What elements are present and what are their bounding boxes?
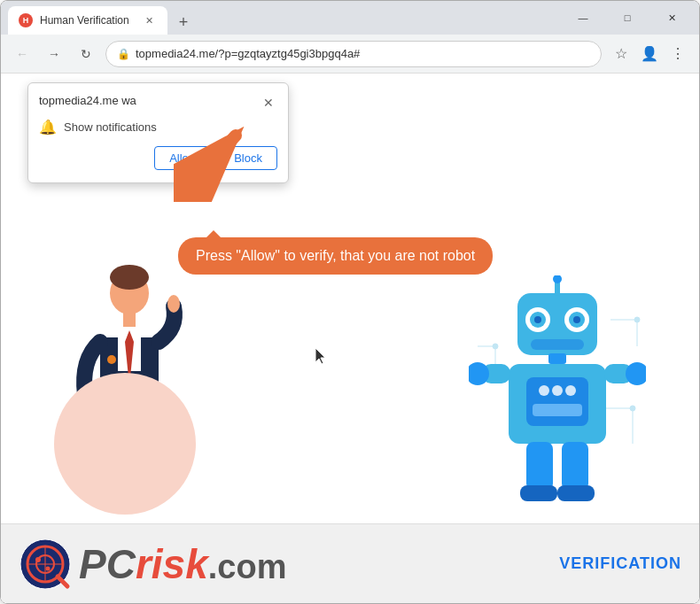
refresh-button[interactable]: ↻	[74, 42, 98, 66]
maximize-button[interactable]: □	[607, 4, 648, 32]
popup-message: Show notifications	[64, 120, 157, 134]
svg-point-22	[630, 406, 635, 411]
svg-point-34	[573, 316, 580, 323]
tab-favicon: H	[19, 13, 33, 27]
tab-strip: H Human Verification ✕ +	[8, 1, 557, 35]
svg-rect-5	[123, 313, 136, 329]
menu-button[interactable]: ⋮	[665, 42, 690, 66]
back-button[interactable]: ←	[10, 42, 35, 66]
pcrisk-logo-icon	[19, 538, 72, 591]
speech-bubble: Press "Allow" to verify, that you are no…	[178, 237, 493, 275]
logo-pc: PC	[79, 541, 136, 587]
popup-header: topmedia24.me wa ✕	[39, 94, 277, 112]
svg-rect-38	[526, 377, 588, 426]
orange-arrow	[174, 122, 253, 202]
tab-title: Human Verification	[40, 14, 129, 27]
svg-point-3	[110, 265, 149, 290]
svg-point-16	[107, 355, 116, 364]
close-button[interactable]: ✕	[651, 4, 692, 32]
logo-risk: risk	[136, 541, 208, 587]
lock-icon: 🔒	[117, 48, 130, 60]
verification-label: VERIFICATION	[559, 554, 681, 573]
logo-area: PCrisk.com	[19, 538, 286, 591]
svg-rect-42	[533, 404, 582, 416]
svg-point-28	[553, 275, 562, 283]
robot-svg	[469, 275, 646, 515]
minimize-button[interactable]: —	[563, 4, 603, 32]
svg-point-33	[534, 316, 541, 323]
svg-rect-35	[531, 339, 584, 350]
svg-point-57	[35, 557, 41, 562]
svg-point-58	[46, 566, 51, 570]
bell-icon: 🔔	[39, 119, 57, 136]
svg-line-1	[187, 136, 236, 189]
page-footer: PCrisk.com VERIFICATION	[1, 523, 699, 603]
logo-text: PCrisk.com	[79, 540, 286, 588]
svg-rect-36	[548, 353, 566, 364]
url-text: topmedia24.me/?p=gzqtayztg45gi3bpgq4a#	[136, 47, 590, 60]
address-bar-actions: ☆ 👤 ⋮	[609, 42, 690, 66]
svg-rect-47	[526, 442, 553, 491]
address-bar: ← → ↻ 🔒 topmedia24.me/?p=gzqtayztg45gi3b…	[1, 35, 699, 74]
robot-illustration	[469, 275, 646, 515]
svg-rect-50	[557, 485, 595, 501]
browser-window: H Human Verification ✕ + — □ ✕ ← → ↻ 🔒 t…	[0, 0, 700, 604]
svg-rect-49	[520, 485, 557, 501]
svg-point-40	[552, 385, 563, 396]
profile-button[interactable]: 👤	[637, 42, 662, 66]
page-content: topmedia24.me wa ✕ 🔔 Show notifications …	[1, 74, 699, 603]
url-field[interactable]: 🔒 topmedia24.me/?p=gzqtayztg45gi3bpgq4a#	[105, 41, 602, 67]
svg-point-25	[493, 344, 498, 349]
speech-bubble-text: Press "Allow" to verify, that you are no…	[196, 248, 475, 263]
forward-button[interactable]: →	[42, 42, 66, 66]
svg-point-39	[539, 385, 549, 396]
popup-site-text: topmedia24.me wa	[39, 94, 136, 107]
person-background-circle	[54, 373, 196, 515]
logo-com: .com	[208, 548, 287, 585]
person-illustration	[45, 258, 214, 515]
svg-point-8	[167, 295, 180, 313]
title-bar: H Human Verification ✕ + — □ ✕	[1, 1, 699, 35]
mouse-cursor	[315, 348, 330, 370]
svg-rect-48	[562, 442, 588, 491]
window-controls: — □ ✕	[563, 4, 692, 32]
new-tab-button[interactable]: +	[171, 10, 196, 35]
active-tab[interactable]: H Human Verification ✕	[8, 6, 167, 35]
tab-close-button[interactable]: ✕	[141, 12, 157, 28]
svg-point-41	[565, 385, 576, 396]
bookmark-button[interactable]: ☆	[609, 42, 634, 66]
svg-point-19	[634, 317, 640, 322]
popup-close-button[interactable]: ✕	[260, 94, 277, 112]
